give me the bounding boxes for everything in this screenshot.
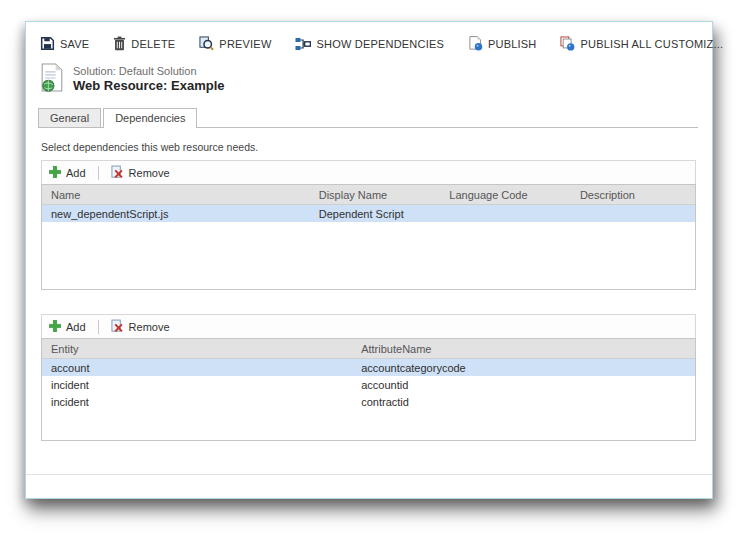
solution-label: Solution: Default Solution xyxy=(73,65,224,77)
instruction-text: Select dependencies this web resource ne… xyxy=(41,141,696,153)
add-attribute-button[interactable]: Add xyxy=(49,320,86,334)
attributes-grid-toolbar: Add Remove xyxy=(41,314,696,338)
dependencies-section: Add Remove Name Display Name Language Co… xyxy=(41,160,696,290)
remove-label: Remove xyxy=(129,167,170,179)
window-content: SAVE DELETE PREVIEW SHOW DEPENDENCIES PU… xyxy=(26,22,712,498)
cell-attributename: accountcategorycode xyxy=(352,359,695,377)
toolbar-separator xyxy=(98,320,99,334)
cell-language-code xyxy=(440,205,571,223)
cell-name: new_dependentScript.js xyxy=(42,205,310,223)
record-header-text: Solution: Default Solution Web Resource:… xyxy=(73,63,224,93)
footer-divider xyxy=(26,474,712,475)
save-icon xyxy=(40,36,55,51)
delete-label: DELETE xyxy=(131,38,175,50)
publish-icon xyxy=(468,36,483,51)
column-header-display-name[interactable]: Display Name xyxy=(310,185,441,205)
attributes-section: Add Remove Entity AttributeName xyxy=(41,314,696,441)
delete-button[interactable]: DELETE xyxy=(113,36,175,51)
record-header: Solution: Default Solution Web Resource:… xyxy=(40,63,698,97)
add-label: Add xyxy=(66,167,86,179)
cell-entity: account xyxy=(42,359,352,377)
show-dependencies-label: SHOW DEPENDENCIES xyxy=(316,38,443,50)
save-label: SAVE xyxy=(60,38,89,50)
attributes-grid-header-row: Entity AttributeName xyxy=(42,339,695,359)
attributes-grid: Entity AttributeName account accountcate… xyxy=(41,338,696,441)
remove-icon xyxy=(111,319,124,335)
section-spacer xyxy=(38,290,698,314)
dependencies-grid-header-row: Name Display Name Language Code Descript… xyxy=(42,185,695,205)
table-row[interactable]: incident accountid xyxy=(42,376,695,393)
remove-attribute-button[interactable]: Remove xyxy=(111,319,170,335)
publish-all-icon xyxy=(560,36,575,51)
cell-entity: incident xyxy=(42,393,352,410)
publish-button[interactable]: PUBLISH xyxy=(468,36,536,51)
save-button[interactable]: SAVE xyxy=(40,36,89,51)
show-dependencies-button[interactable]: SHOW DEPENDENCIES xyxy=(295,37,443,51)
add-icon xyxy=(49,166,61,180)
table-row[interactable]: account accountcategorycode xyxy=(42,359,695,377)
page-title: Web Resource: Example xyxy=(73,78,224,93)
add-label: Add xyxy=(66,321,86,333)
add-icon xyxy=(49,320,61,334)
column-header-description[interactable]: Description xyxy=(571,185,695,205)
preview-label: PREVIEW xyxy=(219,38,271,50)
add-dependency-button[interactable]: Add xyxy=(49,166,86,180)
cell-description xyxy=(571,205,695,223)
dependencies-grid: Name Display Name Language Code Descript… xyxy=(41,184,696,290)
column-header-attributename[interactable]: AttributeName xyxy=(352,339,695,359)
remove-label: Remove xyxy=(129,321,170,333)
column-header-language-code[interactable]: Language Code xyxy=(440,185,571,205)
publish-all-customizations-button[interactable]: PUBLISH ALL CUSTOMIZ... xyxy=(560,36,723,51)
cell-entity: incident xyxy=(42,376,352,393)
table-row[interactable]: incident contractid xyxy=(42,393,695,410)
publish-all-label: PUBLISH ALL CUSTOMIZ... xyxy=(580,38,723,50)
web-resource-window: SAVE DELETE PREVIEW SHOW DEPENDENCIES PU… xyxy=(25,21,713,499)
preview-icon xyxy=(199,36,214,51)
cell-attributename: accountid xyxy=(352,376,695,393)
show-dependencies-icon xyxy=(295,37,311,51)
column-header-name[interactable]: Name xyxy=(42,185,310,205)
cell-attributename: contractid xyxy=(352,393,695,410)
web-resource-icon xyxy=(40,63,65,97)
tab-dependencies[interactable]: Dependencies xyxy=(103,108,197,128)
remove-dependency-button[interactable]: Remove xyxy=(111,165,170,181)
column-header-entity[interactable]: Entity xyxy=(42,339,352,359)
publish-label: PUBLISH xyxy=(488,38,536,50)
toolbar-separator xyxy=(98,166,99,180)
remove-icon xyxy=(111,165,124,181)
table-row[interactable]: new_dependentScript.js Dependent Script xyxy=(42,205,695,223)
tab-general[interactable]: General xyxy=(38,108,101,127)
preview-button[interactable]: PREVIEW xyxy=(199,36,271,51)
tab-strip: General Dependencies xyxy=(38,106,698,128)
command-bar: SAVE DELETE PREVIEW SHOW DEPENDENCIES PU… xyxy=(38,30,698,57)
delete-icon xyxy=(113,36,126,51)
dependencies-grid-toolbar: Add Remove xyxy=(41,160,696,184)
cell-display-name: Dependent Script xyxy=(310,205,441,223)
